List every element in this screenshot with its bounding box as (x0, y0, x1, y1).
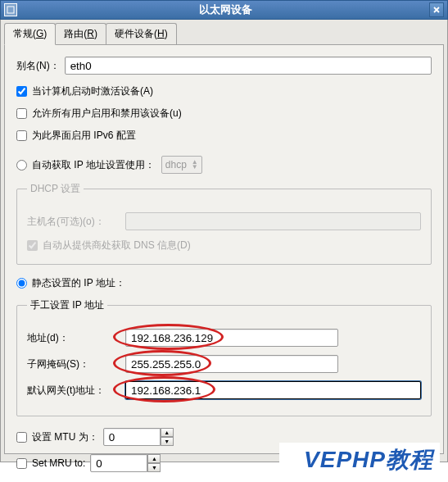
radio-static-ip[interactable] (16, 278, 27, 289)
checkbox-allow-all-users[interactable] (16, 108, 27, 119)
hostname-label: 主机名(可选)(o)： (27, 215, 125, 229)
mru-spinner[interactable]: ▲ ▼ (90, 454, 161, 472)
netmask-label: 子网掩码(S)： (27, 357, 125, 371)
window-body: 常规(G) 路由(R) 硬件设备(H) 别名(N)： 当计算机启动时激活设备(A… (0, 20, 448, 462)
fieldset-manual-ip: 手工设置 IP 地址 地址(d)： 子网掩码(S)： 默认网关(t)地址： (16, 298, 432, 416)
tab-panel-general: 别名(N)： 当计算机启动时激活设备(A) 允许所有用户启用和禁用该设备(u) … (4, 44, 444, 454)
checkbox-activate-on-boot-label: 当计算机启动时激活设备(A) (32, 84, 153, 98)
checkbox-mtu[interactable] (16, 432, 27, 443)
tab-route-label: 路由 (64, 28, 84, 39)
checkbox-auto-dns-label: 自动从提供商处获取 DNS 信息(D) (43, 239, 191, 252)
window-icon (4, 3, 17, 16)
dhcp-combo-value: dhcp (165, 159, 187, 171)
gateway-input[interactable] (125, 381, 421, 399)
mtu-input[interactable] (103, 428, 161, 446)
window-title: 以太网设备 (22, 2, 429, 17)
alias-input[interactable] (65, 57, 432, 75)
mru-input[interactable] (90, 454, 147, 472)
checkbox-allow-all-users-label: 允许所有用户启用和禁用该设备(u) (32, 107, 182, 120)
checkbox-ipv6-label: 为此界面启用 IPv6 配置 (32, 129, 136, 143)
tab-general-label: 常规 (13, 28, 33, 39)
radio-static-ip-label: 静态设置的 IP 地址： (32, 276, 125, 290)
svg-rect-0 (7, 7, 14, 13)
checkbox-ipv6[interactable] (16, 130, 27, 141)
close-button[interactable] (429, 2, 444, 17)
titlebar: 以太网设备 (0, 0, 448, 20)
alias-label: 别名(N)： (16, 59, 60, 73)
mtu-up-button[interactable]: ▲ (161, 428, 174, 437)
address-input[interactable] (125, 329, 338, 347)
checkbox-activate-on-boot[interactable] (16, 86, 27, 97)
tab-hardware[interactable]: 硬件设备(H) (106, 23, 177, 44)
radio-auto-ip[interactable] (16, 160, 27, 171)
fieldset-dhcp: DHCP 设置 主机名(可选)(o)： 自动从提供商处获取 DNS 信息(D) (16, 182, 432, 265)
checkbox-auto-dns (27, 240, 38, 251)
checkbox-mru[interactable] (16, 458, 27, 469)
tab-general[interactable]: 常规(G) (4, 23, 56, 45)
checkbox-mtu-label: 设置 MTU 为： (32, 430, 98, 444)
radio-auto-ip-label: 自动获取 IP 地址设置使用： (32, 158, 155, 172)
watermark: VEPHP教程 (279, 443, 440, 477)
netmask-input[interactable] (125, 355, 338, 373)
mru-down-button[interactable]: ▼ (147, 463, 161, 472)
mtu-spinner[interactable]: ▲ ▼ (103, 428, 174, 446)
dhcp-combo: dhcp ▲▼ (161, 156, 202, 174)
chevron-updown-icon: ▲▼ (192, 160, 198, 170)
checkbox-mru-label: Set MRU to: (32, 457, 85, 469)
tab-route[interactable]: 路由(R) (55, 23, 106, 44)
hostname-input (125, 212, 421, 230)
gateway-label: 默认网关(t)地址： (27, 384, 125, 398)
mru-up-button[interactable]: ▲ (147, 454, 161, 463)
tab-bar: 常规(G) 路由(R) 硬件设备(H) (4, 23, 444, 44)
fieldset-dhcp-legend: DHCP 设置 (27, 182, 84, 196)
mtu-down-button[interactable]: ▼ (161, 437, 174, 446)
address-label: 地址(d)： (27, 331, 125, 345)
tab-hardware-label: 硬件设备 (115, 28, 154, 39)
fieldset-manual-ip-legend: 手工设置 IP 地址 (27, 298, 107, 312)
